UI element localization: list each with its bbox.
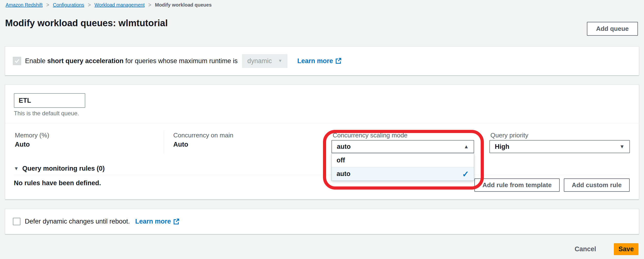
breadcrumb: Amazon Redshift > Configurations > Workl… [6, 2, 212, 8]
qmr-button-group: Add rule from template Add custom rule [474, 178, 630, 192]
memory-label: Memory (%) [15, 132, 49, 139]
memory-value: Auto [15, 141, 30, 148]
divider [480, 131, 480, 154]
concurrency-on-main-value: Auto [173, 141, 188, 148]
caret-up-icon: ▲ [464, 144, 469, 150]
check-icon [14, 58, 20, 64]
breadcrumb-link-workload-management[interactable]: Workload management [94, 2, 144, 8]
breadcrumb-separator: > [46, 1, 49, 8]
defer-checkbox-unchecked[interactable] [13, 218, 20, 225]
concurrency-scaling-mode-label: Concurrency scaling mode [333, 132, 408, 139]
breadcrumb-link-amazon-redshift[interactable]: Amazon Redshift [6, 2, 42, 8]
queue-name-input[interactable] [14, 93, 85, 108]
add-rule-from-template-button[interactable]: Add rule from template [474, 178, 560, 192]
divider [14, 175, 630, 175]
caret-down-icon: ▼ [620, 144, 624, 150]
queue-helper-text: This is the default queue. [14, 110, 79, 117]
sqa-checkbox-checked-disabled [13, 57, 21, 65]
divider [325, 131, 325, 154]
query-monitoring-rules-expander[interactable]: ▼ Query monitoring rules (0) [14, 165, 105, 172]
external-link-icon [173, 219, 179, 225]
sqa-runtime-select-disabled: dynamic ▼ [242, 54, 288, 68]
query-monitoring-rules-title: Query monitoring rules (0) [22, 165, 105, 172]
dropdown-option-auto-selected[interactable]: auto ✓ [332, 167, 474, 181]
no-rules-text: No rules have been defined. [14, 179, 101, 187]
short-query-acceleration-panel: Enable short query acceleration for quer… [5, 46, 639, 75]
save-button[interactable]: Save [614, 243, 638, 255]
concurrency-scaling-mode-select[interactable]: auto ▲ [332, 140, 474, 153]
page-title: Modify workload queues: wlmtutorial [5, 18, 168, 28]
concurrency-scaling-mode-dropdown: off auto ✓ [332, 153, 474, 181]
divider [5, 123, 639, 123]
sqa-learn-more-link[interactable]: Learn more [297, 57, 342, 65]
query-priority-label: Query priority [490, 132, 528, 139]
caret-down-icon: ▼ [278, 58, 282, 63]
breadcrumb-separator: > [88, 1, 91, 8]
breadcrumb-link-configurations[interactable]: Configurations [53, 2, 84, 8]
defer-changes-panel: Defer dynamic changes until reboot. Lear… [5, 209, 639, 234]
add-queue-button[interactable]: Add queue [587, 22, 638, 36]
dropdown-option-off[interactable]: off [332, 153, 474, 167]
breadcrumb-current-page: Modify workload queues [155, 2, 212, 8]
breadcrumb-separator: > [148, 1, 151, 8]
cancel-button[interactable]: Cancel [574, 246, 596, 253]
external-link-icon [335, 58, 342, 64]
divider [164, 131, 164, 154]
query-priority-select[interactable]: High ▼ [490, 140, 630, 153]
concurrency-on-main-label: Concurrency on main [173, 132, 233, 139]
triangle-down-icon: ▼ [14, 166, 19, 171]
defer-learn-more-link[interactable]: Learn more [135, 218, 179, 225]
sqa-label: Enable short query acceleration for quer… [25, 57, 238, 65]
defer-label: Defer dynamic changes until reboot. [25, 218, 130, 225]
add-custom-rule-button[interactable]: Add custom rule [564, 178, 630, 192]
queue-editor-panel: This is the default queue. Memory (%) Au… [5, 84, 639, 200]
